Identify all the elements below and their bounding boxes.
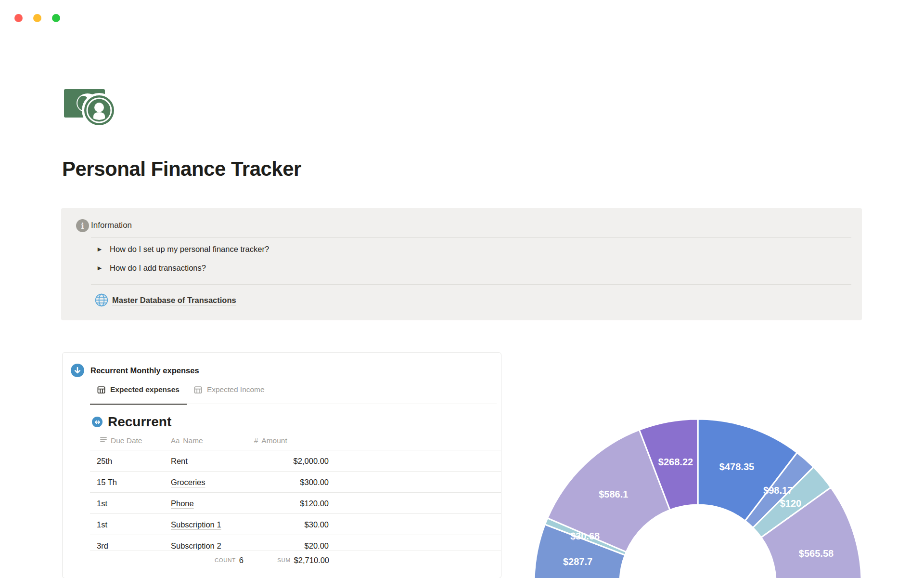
table-row[interactable]: 3rdSubscription 2$20.00 — [90, 535, 501, 551]
card-title: Recurrent Monthly expenses — [90, 366, 199, 375]
donut-segment-label: $120 — [780, 498, 802, 509]
table-icon — [97, 386, 105, 394]
divider — [91, 284, 851, 285]
toggle-label: How do I add transactions? — [110, 263, 206, 273]
information-callout: i Information ▶How do I set up my person… — [61, 208, 862, 320]
number-icon: # — [254, 436, 258, 445]
donut-segment-label: $586.1 — [599, 489, 628, 499]
recurrent-expenses-card: Recurrent Monthly expenses Expected expe… — [62, 352, 501, 578]
toggle-triangle-icon[interactable]: ▶ — [96, 246, 103, 252]
tab-label: Expected expenses — [110, 385, 180, 394]
donut-segment-label: $98.17 — [763, 485, 793, 496]
table-icon — [194, 386, 202, 394]
donut-segment-label: $565.58 — [799, 548, 834, 559]
info-icon: i — [76, 219, 89, 232]
toggle-triangle-icon[interactable]: ▶ — [96, 265, 103, 271]
due-date-cell[interactable]: 1st — [90, 493, 171, 514]
window-minimize-button[interactable] — [33, 14, 41, 22]
arrows-left-right-circle-icon — [92, 417, 103, 427]
count-aggregate[interactable]: COUNT 6 — [215, 551, 244, 569]
window-zoom-button[interactable] — [52, 14, 60, 22]
expenses-donut-chart[interactable]: $478.35$98.17$120$565.58$287.7$30.68$586… — [520, 409, 886, 578]
page-link[interactable]: Phone — [171, 499, 194, 508]
column-header-name[interactable]: AaName — [171, 431, 244, 450]
arrow-down-circle-icon — [71, 364, 84, 377]
card-header: Recurrent Monthly expenses — [71, 364, 199, 377]
page-link[interactable]: Rent — [171, 457, 188, 466]
master-database-link[interactable]: Master Database of Transactions — [112, 296, 236, 305]
amount-cell[interactable]: $120.00 — [244, 493, 329, 514]
window-close-button[interactable] — [14, 14, 23, 22]
column-header-amount[interactable]: #Amount — [244, 431, 329, 450]
page-link[interactable]: Groceries — [171, 478, 205, 487]
text-icon: Aa — [171, 436, 180, 445]
recurrent-section-heading: Recurrent — [92, 414, 171, 430]
due-date-cell[interactable]: 1st — [90, 514, 171, 535]
name-cell[interactable]: Rent — [171, 450, 244, 472]
table-row[interactable]: 1stSubscription 1$30.00 — [90, 514, 501, 535]
due-date-cell[interactable]: 15 Th — [90, 472, 171, 493]
table-header-row: Due DateAaName#Amount — [90, 431, 501, 450]
column-header-due-date[interactable]: Due Date — [90, 431, 171, 450]
page-link[interactable]: Subscription 1 — [171, 520, 221, 529]
count-value: 6 — [239, 556, 244, 565]
column-label: Amount — [261, 436, 287, 445]
table-row[interactable]: 15 ThGroceries$300.00 — [90, 472, 501, 493]
toggle-item[interactable]: ▶How do I set up my personal finance tra… — [96, 245, 269, 254]
select-icon — [100, 436, 107, 446]
banknote-portrait-icon[interactable] — [63, 88, 117, 128]
database-link-row: Master Database of Transactions — [94, 293, 236, 307]
toggle-item[interactable]: ▶How do I add transactions? — [96, 263, 206, 273]
donut-segment-label: $287.7 — [563, 556, 592, 567]
section-title: Recurrent — [108, 414, 171, 430]
table-footer: COUNT 6 SUM $2,710.00 — [90, 551, 501, 569]
page-title: Personal Finance Tracker — [62, 158, 301, 181]
amount-cell[interactable]: $300.00 — [244, 472, 329, 493]
personal-finance-tracker-page: { "window": { "controls": [ { "name": "c… — [0, 0, 924, 578]
sum-aggregate[interactable]: SUM $2,710.00 — [277, 551, 329, 569]
view-tabs: Expected expensesExpected Income — [90, 376, 497, 404]
count-label: COUNT — [215, 557, 236, 563]
table-row[interactable]: 1stPhone$120.00 — [90, 493, 501, 514]
tab-label: Expected Income — [207, 385, 265, 394]
table-row[interactable]: 25thRent$2,000.00 — [90, 450, 501, 472]
due-date-cell[interactable]: 25th — [90, 450, 171, 472]
column-label: Due Date — [111, 436, 142, 445]
divider — [91, 237, 851, 238]
table-body: 25thRent$2,000.0015 ThGroceries$300.001s… — [90, 450, 501, 551]
tab-expected-expenses[interactable]: Expected expenses — [90, 376, 187, 405]
donut-segment-label: $268.22 — [658, 457, 693, 467]
name-cell[interactable]: Phone — [171, 493, 244, 514]
callout-title: Information — [91, 221, 132, 230]
donut-segment-label: $30.68 — [570, 531, 600, 541]
donut-segment-label: $478.35 — [719, 461, 754, 472]
toggle-label: How do I set up my personal finance trac… — [110, 245, 269, 254]
amount-cell[interactable]: $30.00 — [244, 514, 329, 535]
tab-expected-income[interactable]: Expected Income — [187, 376, 272, 405]
column-label: Name — [183, 436, 203, 445]
sum-label: SUM — [277, 557, 290, 563]
name-cell[interactable]: Groceries — [171, 472, 244, 493]
name-cell[interactable]: Subscription 2 — [171, 535, 244, 551]
due-date-cell[interactable]: 3rd — [90, 535, 171, 551]
globe-icon — [94, 293, 109, 307]
amount-cell[interactable]: $20.00 — [244, 535, 329, 551]
page-link[interactable]: Subscription 2 — [171, 541, 221, 551]
amount-cell[interactable]: $2,000.00 — [244, 450, 329, 472]
name-cell[interactable]: Subscription 1 — [171, 514, 244, 535]
sum-value: $2,710.00 — [294, 556, 329, 565]
banknote-icon — [64, 89, 116, 128]
